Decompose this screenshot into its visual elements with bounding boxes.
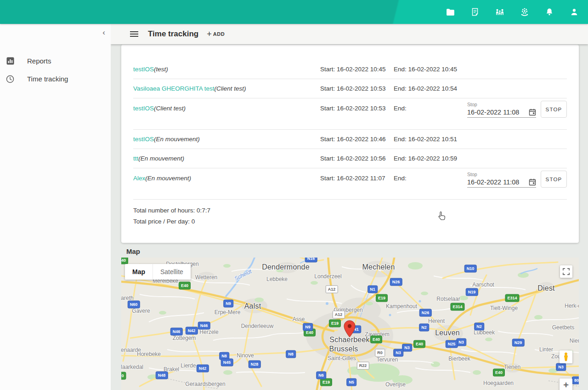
map-type-satellite-button[interactable]: Satellite xyxy=(153,264,191,280)
entry-end: End: xyxy=(394,175,407,182)
map-place-label: Erpe-Mere xyxy=(215,309,241,315)
road-badge: N9 xyxy=(303,323,313,331)
entry-name-link[interactable]: testIOS xyxy=(133,105,154,112)
table-row: testIOS(Client test) Start: 16-02-2022 1… xyxy=(133,98,567,130)
map-place-label: Herent xyxy=(428,318,445,324)
add-button[interactable]: + ADD xyxy=(207,29,225,39)
road-badge: N45 xyxy=(221,359,233,367)
road-badge: R0 xyxy=(375,349,385,357)
entry-start: Start: 16-02-2022 10:53 xyxy=(320,105,394,112)
folder-icon[interactable] xyxy=(445,6,456,17)
entry-name-cell: testIOS(En mouvement) xyxy=(133,136,320,143)
map-place-label: Hoegaarden xyxy=(483,380,514,386)
stop-datetime-field[interactable]: Stop 16-02-2022 11:08 xyxy=(467,102,536,118)
notifications-bell-icon[interactable] xyxy=(544,6,555,17)
road-badge: N5 xyxy=(346,379,356,386)
road-badge: E40 xyxy=(370,336,382,344)
sidebar-item-time-tracking[interactable]: Time tracking xyxy=(0,70,111,88)
road-badge: N1 xyxy=(368,286,378,293)
map-fullscreen-button[interactable] xyxy=(560,265,572,278)
stop-button[interactable]: STOP xyxy=(541,101,567,118)
bar-chart-icon xyxy=(6,57,14,65)
entry-start: Start: 16-02-2022 10:56 xyxy=(320,155,394,162)
calendar-icon[interactable] xyxy=(529,178,536,186)
sidebar-collapse-chevron-icon[interactable]: ‹ xyxy=(102,29,105,36)
map-place-label: Tienen xyxy=(504,364,520,370)
sidebar-item-label: Reports xyxy=(27,57,51,65)
stop-button[interactable]: STOP xyxy=(541,171,567,188)
services-gear-icon[interactable] xyxy=(519,6,530,17)
map-place-label: Maarkedal xyxy=(121,364,143,370)
entry-name-link[interactable]: Vasiloaea GHEORGHITA test xyxy=(133,85,215,92)
menu-hamburger-icon[interactable] xyxy=(130,30,138,38)
entry-name-link[interactable]: Alex xyxy=(133,175,145,182)
stop-widget: Stop 16-02-2022 11:08 STOP xyxy=(467,101,567,118)
table-row: Alex(En mouvement) Start: 16-02-2022 11:… xyxy=(133,168,567,200)
map-place-label: Mechelen xyxy=(362,263,395,271)
map-zoom-in-button[interactable]: + xyxy=(560,379,572,390)
road-badge: N8 xyxy=(286,350,296,358)
map-place-label: Nieu xyxy=(570,338,579,344)
map-place-label: Rotselaar xyxy=(436,296,460,302)
entry-end: End: xyxy=(394,105,407,112)
map-type-map-button[interactable]: Map xyxy=(125,264,153,280)
road-badge: N46 xyxy=(170,328,183,336)
road-badge: 0 xyxy=(121,372,126,380)
road-badge: N42 xyxy=(197,365,209,373)
stop-datetime-field[interactable]: Stop 16-02-2022 11:08 xyxy=(467,172,536,188)
map-place-label: Tervuren xyxy=(377,356,398,363)
entry-name-link[interactable]: ttt xyxy=(133,155,138,162)
map-place-label: Herzele xyxy=(199,329,218,335)
entry-detail: (Client test) xyxy=(154,105,186,112)
map-type-control: Map Satellite xyxy=(125,264,191,280)
people-group-icon[interactable] xyxy=(494,6,505,17)
report-document-icon[interactable] xyxy=(469,6,481,17)
page-title: Time tracking xyxy=(148,29,198,39)
map-place-label: Bierbeek xyxy=(448,356,470,362)
road-badge: N19 xyxy=(466,288,478,296)
road-badge: N48 xyxy=(156,372,168,379)
stop-datetime-value: 16-02-2022 11:08 xyxy=(467,178,519,186)
map-place-label: Dendermonde xyxy=(262,263,310,271)
map-place-label: Tielt-Winge xyxy=(490,305,518,311)
map-place-label: Asse xyxy=(293,316,305,322)
road-badge: N3 xyxy=(456,338,466,346)
road-badge: N28 xyxy=(249,361,261,368)
street-view-pegman-button[interactable] xyxy=(560,350,572,363)
road-badge: N9 xyxy=(223,300,233,308)
entry-name-cell: testIOS(test) xyxy=(133,66,320,73)
map[interactable]: DendermondeMechelenAalstBrusselsSchaerbe… xyxy=(121,258,579,390)
road-badge: N10 xyxy=(464,265,477,273)
entry-start: Start: 16-02-2022 11:07 xyxy=(320,175,394,182)
topbar-icon-group xyxy=(445,6,580,17)
map-place-label: Lebbeke xyxy=(266,276,288,282)
map-place-label: Denderleeuw xyxy=(241,323,274,329)
total-hours-text: Total number of hours: 0:7:7 xyxy=(133,205,567,216)
entry-name-link[interactable]: testIOS xyxy=(133,136,154,143)
map-place-label: Brussels xyxy=(329,345,358,353)
road-badge: E40 xyxy=(179,282,191,290)
road-badge: N60 xyxy=(128,301,140,309)
entry-name-cell: testIOS(Client test) xyxy=(133,105,320,112)
map-place-label: Londerzeel xyxy=(314,273,341,280)
table-row: ttt(En mouvement) Start: 16-02-2022 10:5… xyxy=(133,149,567,168)
entry-start: Start: 16-02-2022 10:53 xyxy=(320,85,394,92)
road-badge: N46 xyxy=(198,322,210,330)
account-person-icon[interactable] xyxy=(569,6,580,17)
map-place-label: Ninove xyxy=(237,352,254,359)
entry-name-link[interactable]: testIOS xyxy=(133,66,154,73)
entry-start: Start: 16-02-2022 10:46 xyxy=(320,136,394,143)
sidebar: ‹ Reports Time tracking xyxy=(0,24,111,390)
map-place-label: Aarschot xyxy=(472,281,494,288)
map-place-label: Linter xyxy=(539,346,553,353)
totals-block: Total number of hours: 0:7:7 Total price… xyxy=(133,205,567,227)
page-header: Time tracking + ADD xyxy=(111,24,588,44)
add-button-label: ADD xyxy=(213,31,225,37)
road-badge: N26 xyxy=(419,309,432,317)
red-map-pin[interactable] xyxy=(344,320,356,339)
entry-name-cell: ttt(En mouvement) xyxy=(133,155,320,162)
entry-end: End: 16-02-2022 10:54 xyxy=(394,85,457,92)
sidebar-item-label: Time tracking xyxy=(27,75,68,83)
sidebar-item-reports[interactable]: Reports xyxy=(0,52,111,70)
calendar-icon[interactable] xyxy=(529,109,536,116)
